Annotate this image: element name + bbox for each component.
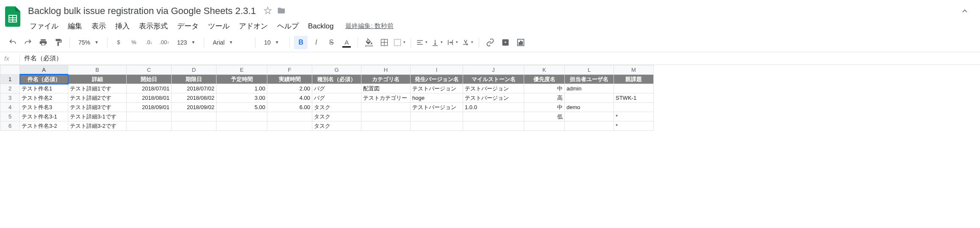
menu-help[interactable]: ヘルプ — [273, 20, 303, 33]
col-head-M[interactable]: M — [614, 65, 654, 75]
cell-C6[interactable] — [127, 121, 172, 131]
cell-H3[interactable]: テストカテゴリー — [361, 93, 411, 103]
cell-B2[interactable]: テスト詳細1です — [68, 84, 127, 93]
redo-icon[interactable] — [21, 36, 35, 49]
cell-K4[interactable]: 中 — [524, 103, 565, 112]
cell-M2[interactable] — [614, 84, 654, 93]
text-rotation-button[interactable]: ▼ — [461, 36, 475, 49]
cell-D6[interactable] — [172, 121, 217, 131]
text-wrap-button[interactable]: ▼ — [446, 36, 459, 49]
header-cell-D[interactable]: 期限日 — [172, 75, 217, 84]
font-select[interactable]: Arial▼ — [208, 36, 251, 49]
header-cell-B[interactable]: 詳細 — [68, 75, 127, 84]
row-head-5[interactable]: 5 — [0, 112, 20, 121]
format-currency-icon[interactable]: $ — [112, 36, 125, 49]
cell-H2[interactable]: 配置図 — [361, 84, 411, 93]
strike-button[interactable]: S — [325, 36, 338, 49]
cell-J5[interactable] — [463, 112, 524, 121]
cell-E2[interactable]: 1.00 — [217, 84, 267, 93]
menu-view[interactable]: 表示 — [87, 20, 110, 33]
menu-tools[interactable]: ツール — [204, 20, 234, 33]
italic-button[interactable]: I — [309, 36, 323, 49]
paint-format-icon[interactable] — [52, 36, 65, 49]
menu-insert[interactable]: 挿入 — [111, 20, 134, 33]
cell-B3[interactable]: テスト詳細2です — [68, 93, 127, 103]
cell-H5[interactable] — [361, 112, 411, 121]
insert-comment-button[interactable]: + — [499, 36, 512, 49]
last-edit[interactable]: 最終編集: 数秒前 — [345, 22, 393, 30]
cell-I3[interactable]: hoge — [411, 93, 463, 103]
cell-D5[interactable] — [172, 112, 217, 121]
col-head-C[interactable]: C — [127, 65, 172, 75]
cell-L2[interactable]: admin — [565, 84, 614, 93]
cell-G2[interactable]: バグ — [312, 84, 361, 93]
cell-J4[interactable]: 1.0.0 — [463, 103, 524, 112]
fill-color-button[interactable] — [362, 36, 376, 49]
col-head-H[interactable]: H — [361, 65, 411, 75]
formula-input[interactable] — [24, 55, 976, 62]
header-cell-C[interactable]: 開始日 — [127, 75, 172, 84]
cell-A5[interactable]: テスト件名3-1 — [20, 112, 68, 121]
doc-title[interactable]: Backlog bulk issue registration via Goog… — [25, 5, 258, 17]
col-head-F[interactable]: F — [267, 65, 312, 75]
col-head-L[interactable]: L — [565, 65, 614, 75]
cell-B5[interactable]: テスト詳細3-1です — [68, 112, 127, 121]
cell-D3[interactable]: 2018/08/02 — [172, 93, 217, 103]
cell-G4[interactable]: タスク — [312, 103, 361, 112]
cell-K3[interactable]: 高 — [524, 93, 565, 103]
header-cell-I[interactable]: 発生バージョン名 — [411, 75, 463, 84]
bold-button[interactable]: B — [294, 36, 308, 49]
cell-F6[interactable] — [267, 121, 312, 131]
star-icon[interactable] — [264, 6, 272, 16]
header-cell-K[interactable]: 優先度名 — [524, 75, 565, 84]
cell-D2[interactable]: 2018/07/02 — [172, 84, 217, 93]
menu-edit[interactable]: 編集 — [64, 20, 86, 33]
cell-L5[interactable] — [565, 112, 614, 121]
cell-B6[interactable]: テスト詳細3-2です — [68, 121, 127, 131]
cell-E4[interactable]: 5.00 — [217, 103, 267, 112]
spreadsheet-grid[interactable]: ABCDEFGHIJKLM 1件名（必須）詳細開始日期限日予定時間実績時間種別名… — [0, 65, 654, 131]
header-cell-J[interactable]: マイルストーン名 — [463, 75, 524, 84]
header-cell-F[interactable]: 実績時間 — [267, 75, 312, 84]
select-all-corner[interactable] — [0, 65, 20, 75]
cell-C5[interactable] — [127, 112, 172, 121]
cell-F2[interactable]: 2.00 — [267, 84, 312, 93]
cell-I6[interactable] — [411, 121, 463, 131]
cell-E6[interactable] — [217, 121, 267, 131]
cell-M5[interactable]: * — [614, 112, 654, 121]
header-cell-M[interactable]: 親課題 — [614, 75, 654, 84]
cell-M6[interactable]: * — [614, 121, 654, 131]
more-formats-select[interactable]: 123▼ — [173, 36, 200, 49]
cell-C4[interactable]: 2018/09/01 — [127, 103, 172, 112]
menu-file[interactable]: ファイル — [25, 20, 63, 33]
borders-button[interactable] — [378, 36, 391, 49]
print-icon[interactable] — [36, 36, 50, 49]
row-head-2[interactable]: 2 — [0, 84, 20, 93]
menu-addons[interactable]: アドオン — [235, 20, 272, 33]
format-percent-icon[interactable]: % — [127, 36, 141, 49]
cell-F5[interactable] — [267, 112, 312, 121]
row-head-1[interactable]: 1 — [0, 75, 20, 84]
cell-G6[interactable]: タスク — [312, 121, 361, 131]
font-size-select[interactable]: 10▼ — [260, 36, 285, 49]
cell-J6[interactable] — [463, 121, 524, 131]
zoom-select[interactable]: 75%▼ — [74, 36, 103, 49]
cell-A3[interactable]: テスト件名2 — [20, 93, 68, 103]
sheets-logo[interactable] — [4, 5, 21, 28]
row-head-3[interactable]: 3 — [0, 93, 20, 103]
col-head-J[interactable]: J — [463, 65, 524, 75]
v-align-button[interactable]: ▼ — [430, 36, 444, 49]
cell-I4[interactable]: テストバージョン — [411, 103, 463, 112]
cell-G5[interactable]: タスク — [312, 112, 361, 121]
cell-L4[interactable]: demo — [565, 103, 614, 112]
text-color-button[interactable]: A — [340, 36, 353, 49]
header-cell-G[interactable]: 種別名（必須） — [312, 75, 361, 84]
row-head-6[interactable]: 6 — [0, 121, 20, 131]
cell-A4[interactable]: テスト件名3 — [20, 103, 68, 112]
cell-C2[interactable]: 2018/07/01 — [127, 84, 172, 93]
header-cell-H[interactable]: カテゴリ名 — [361, 75, 411, 84]
cell-G3[interactable]: バグ — [312, 93, 361, 103]
cell-D4[interactable]: 2018/09/02 — [172, 103, 217, 112]
col-head-E[interactable]: E — [217, 65, 267, 75]
merge-cells-button[interactable]: ▼ — [393, 36, 406, 49]
